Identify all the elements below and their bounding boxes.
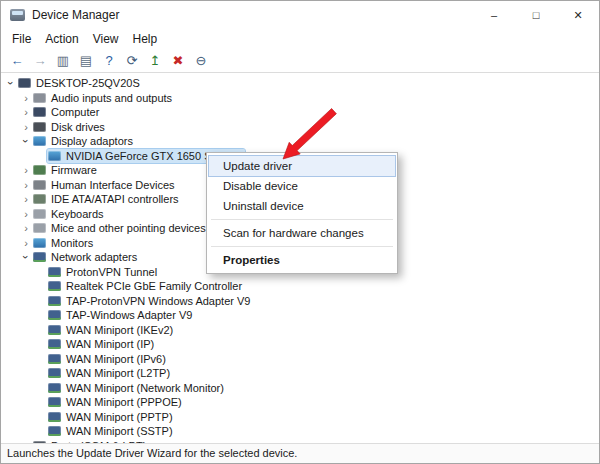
tree-node-label: Human Interface Devices <box>51 179 175 191</box>
chevron-collapsed-icon[interactable]: › <box>20 106 32 118</box>
network-icon <box>48 339 61 349</box>
context-menu-item-uninstall-device[interactable]: Uninstall device <box>209 196 395 216</box>
hid-icon <box>33 180 46 190</box>
scan-hardware-icon[interactable]: ⟳ <box>122 51 142 71</box>
update-driver-icon[interactable]: ↥ <box>145 51 165 71</box>
device-manager-app-icon <box>10 9 25 21</box>
menu-view[interactable]: View <box>86 30 126 48</box>
tree-node[interactable]: TAP-ProtonVPN Windows Adapter V9 <box>1 294 599 309</box>
tree-node-body[interactable]: Display adaptors <box>32 134 136 148</box>
tree-node-label: WAN Miniport (IKEv2) <box>66 324 173 336</box>
tree-node-body[interactable]: WAN Miniport (SSTP) <box>47 424 176 438</box>
tree-node-body[interactable]: Computer <box>32 105 102 119</box>
tree-node-body[interactable]: WAN Miniport (IKEv2) <box>47 323 176 337</box>
chevron-collapsed-icon[interactable]: › <box>20 92 32 104</box>
context-menu-item-scan-for-hardware-changes[interactable]: Scan for hardware changes <box>209 223 395 243</box>
context-menu-item-update-driver[interactable]: Update driver <box>209 156 395 176</box>
menu-action[interactable]: Action <box>38 30 85 48</box>
tree-node-body[interactable]: WAN Miniport (IPv6) <box>47 352 169 366</box>
tree-node-body[interactable]: Keyboards <box>32 207 107 221</box>
network-icon <box>48 267 61 277</box>
mouse-icon <box>33 223 46 233</box>
tree-node-body[interactable]: TAP-ProtonVPN Windows Adapter V9 <box>47 294 253 308</box>
tree-node[interactable]: WAN Miniport (PPPOE) <box>1 395 599 410</box>
chevron-collapsed-icon[interactable]: › <box>20 179 32 191</box>
tree-node-body[interactable]: TAP-Windows Adapter V9 <box>47 308 195 322</box>
back-icon[interactable]: ← <box>7 51 27 71</box>
tree-node-body[interactable]: Audio inputs and outputs <box>32 91 175 105</box>
status-text: Launches the Update Driver Wizard for th… <box>7 447 297 459</box>
disable-device-icon[interactable]: ⊖ <box>191 51 211 71</box>
tree-node[interactable]: TAP-Windows Adapter V9 <box>1 308 599 323</box>
tree-node[interactable]: WAN Miniport (IPv6) <box>1 352 599 367</box>
context-menu-item-properties[interactable]: Properties <box>209 250 395 270</box>
tree-node-body[interactable]: IDE ATA/ATAPI controllers <box>32 192 182 206</box>
tree-node-body[interactable]: DESKTOP-25QV20S <box>17 76 143 90</box>
tree-node-label: WAN Miniport (IP) <box>66 338 154 350</box>
chevron-expanded-icon[interactable]: › <box>20 135 32 147</box>
properties-icon[interactable]: ▤ <box>76 51 96 71</box>
tree-node-body[interactable]: Realtek PCIe GbE Family Controller <box>47 279 245 293</box>
chevron-expanded-icon[interactable]: › <box>5 77 17 89</box>
tree-node-label: Mice and other pointing devices <box>51 222 206 234</box>
window-title: Device Manager <box>32 8 119 22</box>
chevron-collapsed-icon[interactable]: › <box>20 208 32 220</box>
network-icon <box>48 325 61 335</box>
tree-node-label: Disk drives <box>51 121 105 133</box>
ide-icon <box>33 194 46 204</box>
chevron-collapsed-icon[interactable]: › <box>20 164 32 176</box>
tree-node-body[interactable]: WAN Miniport (PPPOE) <box>47 395 185 409</box>
tree-node[interactable]: ›Disk drives <box>1 120 599 135</box>
tree-node[interactable]: ›Display adaptors <box>1 134 599 149</box>
tree-node-body[interactable]: WAN Miniport (L2TP) <box>47 366 173 380</box>
tree-node-body[interactable]: Network adapters <box>32 250 140 264</box>
display-icon <box>33 136 46 146</box>
monitor-icon <box>33 238 46 248</box>
tree-node-body[interactable]: WAN Miniport (PPTP) <box>47 410 176 424</box>
tree-node[interactable]: ›Audio inputs and outputs <box>1 91 599 106</box>
tree-node[interactable]: WAN Miniport (Network Monitor) <box>1 381 599 396</box>
menu-separator <box>211 246 393 247</box>
tree-node-body[interactable]: Human Interface Devices <box>32 178 178 192</box>
chevron-collapsed-icon[interactable]: › <box>20 121 32 133</box>
maximize-button[interactable]: □ <box>515 1 557 29</box>
tree-node-label: TAP-Windows Adapter V9 <box>66 309 192 321</box>
tree-node[interactable]: WAN Miniport (L2TP) <box>1 366 599 381</box>
chevron-collapsed-icon[interactable]: › <box>20 237 32 249</box>
tree-node-label: Computer <box>51 106 99 118</box>
forward-icon[interactable]: → <box>30 51 50 71</box>
chevron-expanded-icon[interactable]: › <box>20 251 32 263</box>
tree-node[interactable]: WAN Miniport (IP) <box>1 337 599 352</box>
tree-node[interactable]: ›Computer <box>1 105 599 120</box>
tree-node-body[interactable]: Firmware <box>32 163 100 177</box>
chevron-collapsed-icon[interactable]: › <box>20 222 32 234</box>
context-menu-item-disable-device[interactable]: Disable device <box>209 176 395 196</box>
help-icon[interactable]: ? <box>99 51 119 71</box>
tree-node-label: WAN Miniport (IPv6) <box>66 353 166 365</box>
tree-node-body[interactable]: Disk drives <box>32 120 108 134</box>
tree-node[interactable]: WAN Miniport (IKEv2) <box>1 323 599 338</box>
menu-file[interactable]: File <box>5 30 38 48</box>
network-icon <box>48 383 61 393</box>
close-button[interactable]: ✕ <box>557 1 599 29</box>
chevron-collapsed-icon[interactable]: › <box>20 193 32 205</box>
menu-help[interactable]: Help <box>126 30 165 48</box>
tree-node-body[interactable]: WAN Miniport (Network Monitor) <box>47 381 227 395</box>
tree-node-body[interactable]: Monitors <box>32 236 96 250</box>
tree-node[interactable]: Realtek PCIe GbE Family Controller <box>1 279 599 294</box>
tree-node[interactable]: WAN Miniport (PPTP) <box>1 410 599 425</box>
tree-node[interactable]: WAN Miniport (SSTP) <box>1 424 599 439</box>
tree-node-body[interactable]: ProtonVPN Tunnel <box>47 265 160 279</box>
tree-node[interactable]: ›DESKTOP-25QV20S <box>1 76 599 91</box>
computer-icon <box>18 78 31 88</box>
tree-node-label: ProtonVPN Tunnel <box>66 266 157 278</box>
network-icon <box>48 397 61 407</box>
network-icon <box>48 296 61 306</box>
menu-bar: FileActionViewHelp <box>1 29 599 49</box>
uninstall-device-icon[interactable]: ✖ <box>168 51 188 71</box>
minimize-button[interactable]: – <box>473 1 515 29</box>
device-manager-window: Device Manager –□✕ FileActionViewHelp ←→… <box>0 0 600 464</box>
tree-node-body[interactable]: Mice and other pointing devices <box>32 221 209 235</box>
show-console-tree-icon[interactable]: ▥ <box>53 51 73 71</box>
tree-node-body[interactable]: WAN Miniport (IP) <box>47 337 157 351</box>
